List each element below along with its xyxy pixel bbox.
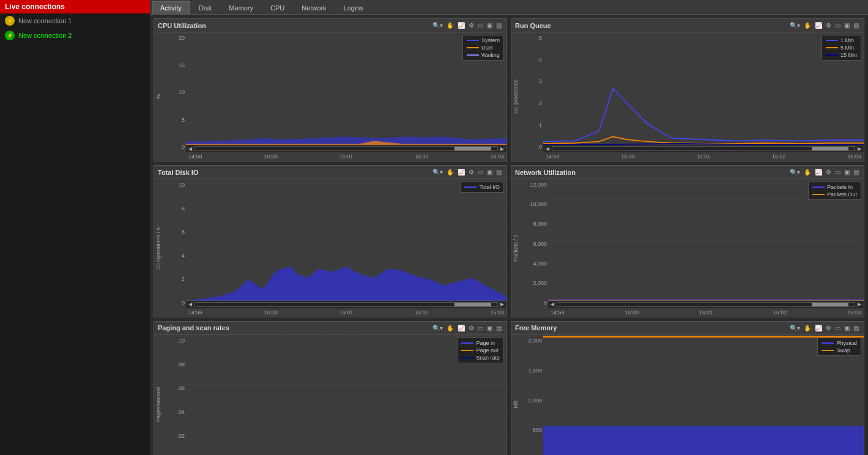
rq-export-icon[interactable]: ▤ [852, 21, 860, 29]
net-yaxis-label: Packets / s [511, 235, 520, 262]
disk-win-icon[interactable]: ▭ [477, 168, 484, 176]
cpu-utilization-panel: CPU Utilization 🔍▾ ✋ 📈 ⚙ ▭ ▣ ▤ % [154, 18, 507, 161]
cpu-user-color [467, 47, 479, 48]
paging-filter-icon[interactable]: ⚙ [467, 324, 475, 332]
disk-chart-icon[interactable]: 📈 [456, 168, 466, 176]
net-hand-icon[interactable]: ✋ [803, 168, 812, 176]
tab-activity[interactable]: Activity [152, 1, 190, 14]
charts-area: CPU Utilization 🔍▾ ✋ 📈 ⚙ ▭ ▣ ▤ % [150, 15, 868, 455]
cpu-chart-icon[interactable]: 📈 [456, 21, 466, 29]
disk-scroll-left[interactable]: ◀ [187, 301, 193, 307]
disk-scroll-track[interactable] [195, 302, 498, 307]
cpu-svg-area: System User Waiting [186, 32, 506, 145]
paging-zoom-icon[interactable]: 🔍▾ [431, 324, 444, 332]
cpu-hand-icon[interactable]: ✋ [445, 21, 455, 29]
rq-scrollbar[interactable]: ◀ ▶ [543, 145, 864, 152]
rq-scroll-thumb[interactable] [812, 147, 848, 150]
cpu-chart-body: % 20 15 10 5 0 [154, 32, 506, 161]
mem-chart-icon[interactable]: 📈 [814, 324, 823, 332]
disk-io-panel: Total Disk IO 🔍▾ ✋ 📈 ⚙ ▭ ▣ ▤ IO Operatio… [154, 165, 507, 317]
rq-scroll-track[interactable] [552, 146, 855, 151]
net-win-icon[interactable]: ▭ [834, 168, 842, 176]
paging-win-icon[interactable]: ▭ [477, 324, 484, 332]
cpu-scrollbar[interactable]: ◀ ▶ [186, 145, 506, 152]
rq-chart-toolbar: 🔍▾ ✋ 📈 ⚙ ▭ ▣ ▤ [788, 21, 860, 29]
net-export-icon[interactable]: ▤ [852, 168, 860, 176]
paging-legend-out: Page out [461, 347, 500, 354]
tab-cpu[interactable]: CPU [262, 1, 292, 14]
tab-logins[interactable]: Logins [336, 1, 371, 14]
rq-yaxis-label: Av. processes [511, 80, 520, 114]
cpu-scroll-track[interactable] [195, 146, 498, 151]
net-filter-icon[interactable]: ⚙ [825, 168, 833, 176]
net-scroll-track[interactable] [557, 302, 855, 307]
rq-svg-area: 1 Min 5 Min 15 Min [543, 32, 864, 145]
mem-swap-color [822, 350, 834, 351]
rq-legend: 1 Min 5 Min 15 Min [822, 35, 861, 61]
cpu-chart-header: CPU Utilization 🔍▾ ✋ 📈 ⚙ ▭ ▣ ▤ [154, 19, 506, 32]
rq-chart-title: Run Queue [515, 22, 551, 29]
disk-hand-icon[interactable]: ✋ [445, 168, 455, 176]
conn-label-1: New connection 1 [18, 17, 72, 24]
paging-hand-icon[interactable]: ✋ [445, 324, 455, 332]
tab-memory[interactable]: Memory [221, 1, 261, 14]
cpu-system-color [467, 40, 479, 41]
net-zoom-icon[interactable]: 🔍▾ [788, 168, 801, 176]
paging-save-icon[interactable]: ▣ [486, 324, 494, 332]
mem-yaxis: 2,000 1,500 1,000 500 0 [520, 335, 543, 455]
paging-chart-icon[interactable]: 📈 [456, 324, 466, 332]
rq-zoom-icon[interactable]: 🔍▾ [788, 21, 801, 29]
mem-zoom-icon[interactable]: 🔍▾ [788, 324, 801, 332]
mem-win-icon[interactable]: ▭ [834, 324, 842, 332]
cpu-export-icon[interactable]: ▤ [495, 21, 503, 29]
rq-save-icon[interactable]: ▣ [843, 21, 851, 29]
svg-marker-41 [543, 426, 864, 455]
cpu-zoom-icon[interactable]: 🔍▾ [431, 21, 444, 29]
cpu-scroll-right[interactable]: ▶ [499, 146, 505, 152]
paging-scan-color [461, 357, 473, 358]
rq-filter-icon[interactable]: ⚙ [825, 21, 833, 29]
cpu-legend-user: User [467, 44, 500, 51]
paging-export-icon[interactable]: ▤ [495, 324, 503, 332]
rq-win-icon[interactable]: ▭ [834, 21, 842, 29]
disk-scrollbar[interactable]: ◀ ▶ [186, 301, 506, 308]
mem-hand-icon[interactable]: ✋ [803, 324, 812, 332]
net-scroll-left[interactable]: ◀ [549, 301, 555, 307]
disk-export-icon[interactable]: ▤ [495, 168, 503, 176]
disk-zoom-icon[interactable]: 🔍▾ [431, 168, 444, 176]
connection-item-2[interactable]: ⚡ New connection 2 [0, 28, 150, 43]
svg-marker-29 [548, 300, 864, 301]
net-scrollbar[interactable]: ◀ ▶ [548, 301, 864, 308]
mem-chart-body: Mb 2,000 1,500 1,000 500 0 [511, 335, 864, 455]
connection-item-1[interactable]: ⚡ New connection 1 [0, 13, 150, 28]
tab-disk[interactable]: Disk [191, 1, 220, 14]
disk-filter-icon[interactable]: ⚙ [467, 168, 475, 176]
mem-filter-icon[interactable]: ⚙ [825, 324, 833, 332]
cpu-win-icon[interactable]: ▭ [477, 21, 484, 29]
cpu-scroll-left[interactable]: ◀ [187, 146, 193, 152]
mem-export-icon[interactable]: ▤ [852, 324, 860, 332]
disk-save-icon[interactable]: ▣ [486, 168, 494, 176]
cpu-save-icon[interactable]: ▣ [486, 21, 494, 29]
net-scroll-thumb[interactable] [812, 303, 848, 306]
cpu-scroll-thumb[interactable] [454, 147, 491, 150]
mem-chart-header: Free Memory 🔍▾ ✋ 📈 ⚙ ▭ ▣ ▤ [511, 322, 864, 335]
rq-chart-icon[interactable]: 📈 [814, 21, 823, 29]
rq-scroll-right[interactable]: ▶ [856, 146, 862, 152]
disk-chart-header: Total Disk IO 🔍▾ ✋ 📈 ⚙ ▭ ▣ ▤ [154, 166, 506, 179]
tab-network[interactable]: Network [294, 1, 334, 14]
net-chart-icon[interactable]: 📈 [814, 168, 823, 176]
disk-scroll-thumb[interactable] [454, 303, 491, 306]
disk-legend-total: Total I/O [464, 183, 500, 191]
rq-hand-icon[interactable]: ✋ [803, 21, 812, 29]
disk-xaxis: 14:59 15:00 15:01 15:02 15:03 [186, 308, 506, 317]
disk-chart-toolbar: 🔍▾ ✋ 📈 ⚙ ▭ ▣ ▤ [431, 168, 503, 176]
rq-scroll-left[interactable]: ◀ [544, 146, 551, 152]
cpu-filter-icon[interactable]: ⚙ [467, 21, 475, 29]
net-legend-in: Packets In [812, 183, 857, 191]
mem-save-icon[interactable]: ▣ [843, 324, 851, 332]
net-save-icon[interactable]: ▣ [843, 168, 851, 176]
disk-scroll-right[interactable]: ▶ [499, 301, 505, 307]
net-scroll-right[interactable]: ▶ [856, 301, 862, 307]
paging-out-color [461, 350, 473, 351]
